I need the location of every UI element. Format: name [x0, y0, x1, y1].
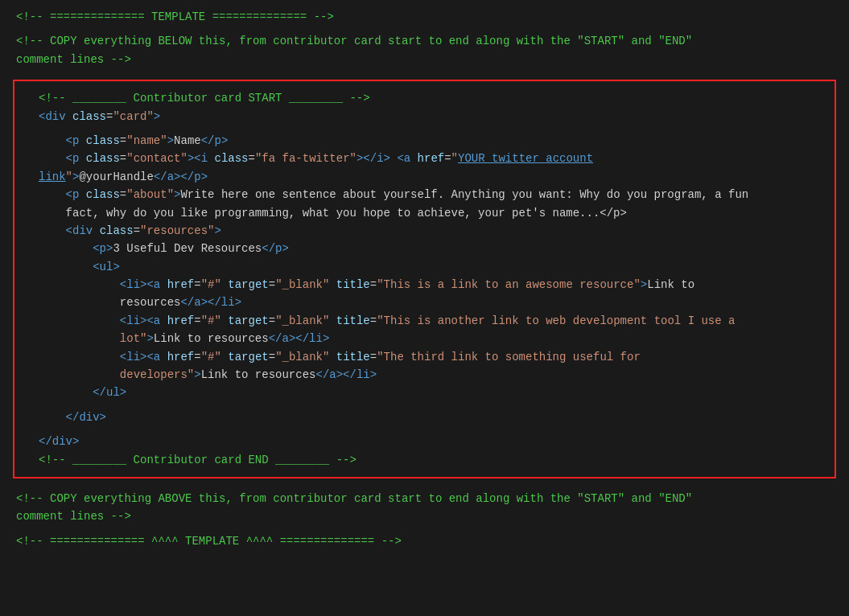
comment-line-3: comment lines -->: [0, 51, 849, 68]
line-p-about-1: <p class="about">Write here one sentence…: [23, 186, 826, 203]
highlighted-template-block: <!-- ________ Contributor card START ___…: [13, 80, 836, 478]
line-div-card-close: </div>: [23, 433, 826, 450]
line-div-card-open: <div class="card">: [23, 108, 826, 125]
comment-line-1: <!-- ============== TEMPLATE ===========…: [0, 8, 849, 26]
line-li-3-1: <li><a href="#" target="_blank" title="T…: [23, 348, 826, 366]
comment-line-2: <!-- COPY everything BELOW this, from co…: [0, 32, 849, 50]
line-li-3-2: developers">Link to resources</a></li>: [23, 366, 826, 384]
line-p-name: <p class="name">Name</p>: [23, 132, 826, 150]
line-li-2-2: lot">Link to resources</a></li>: [23, 330, 826, 347]
line-p-3-resources: <p>3 Useful Dev Resources</p>: [23, 240, 826, 257]
line-p-contact-1: <p class="contact"><i class="fa fa-twitt…: [23, 150, 826, 167]
line-ul-open: <ul>: [23, 258, 826, 276]
line-div-resources-close: </div>: [23, 409, 826, 426]
line-card-start-comment: <!-- ________ Contributor card START ___…: [23, 89, 826, 107]
line-div-resources-open: <div class="resources">: [23, 222, 826, 240]
line-li-2-1: <li><a href="#" target="_blank" title="T…: [23, 312, 826, 330]
line-card-end-comment: <!-- ________ Contributor card END _____…: [23, 451, 826, 469]
comment-line-4: <!-- COPY everything ABOVE this, from co…: [0, 490, 849, 507]
line-p-about-2: fact, why do you like programming, what …: [23, 204, 826, 222]
code-editor: <!-- ============== TEMPLATE ===========…: [0, 0, 849, 616]
line-li-1-2: resources</a></li>: [23, 294, 826, 311]
comment-line-5: comment lines -->: [0, 507, 849, 525]
line-p-contact-2: link">@yourHandle</a></p>: [23, 168, 826, 186]
line-li-1-1: <li><a href="#" target="_blank" title="T…: [23, 276, 826, 294]
line-ul-close: </ul>: [23, 384, 826, 401]
comment-line-6: <!-- ============== ^^^^ TEMPLATE ^^^^ =…: [0, 532, 849, 550]
